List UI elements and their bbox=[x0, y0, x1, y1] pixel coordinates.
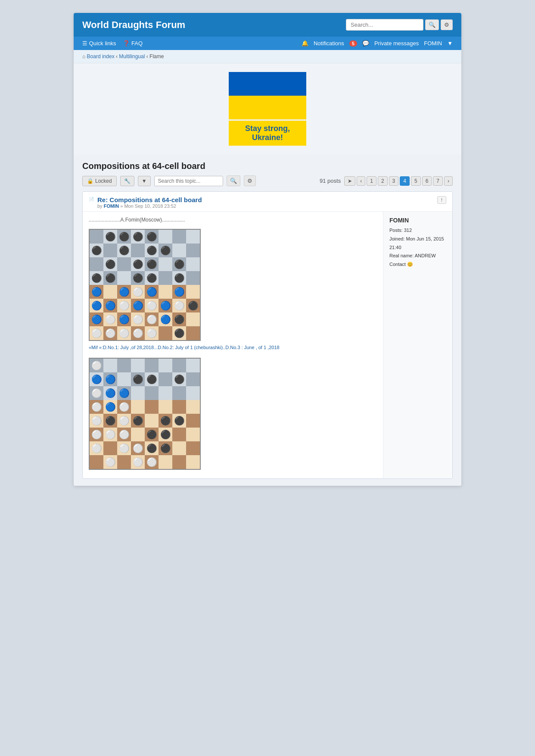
cell bbox=[159, 386, 172, 400]
page-6-button[interactable]: 6 bbox=[422, 176, 432, 186]
wrench-button[interactable]: 🔧 bbox=[120, 176, 134, 186]
cell bbox=[131, 400, 145, 414]
faq-icon: ❓ bbox=[123, 40, 130, 47]
cell: 🔵 bbox=[90, 372, 103, 386]
cell: ⚪ bbox=[90, 428, 103, 441]
page-7-button[interactable]: 7 bbox=[433, 176, 443, 186]
quick-links[interactable]: ☰ Quick links bbox=[82, 40, 116, 47]
cell: ⚫ bbox=[172, 326, 186, 340]
cell: ⚫ bbox=[103, 414, 117, 428]
settings-button[interactable]: ⚙ bbox=[441, 19, 453, 30]
page-5-button[interactable]: 5 bbox=[411, 176, 421, 186]
cell bbox=[186, 230, 200, 244]
cell: ⚪ bbox=[131, 285, 145, 299]
cell bbox=[159, 271, 172, 285]
post-content: ......................A.Fomin(Moscow)...… bbox=[83, 212, 383, 478]
search-input[interactable] bbox=[346, 19, 423, 31]
dropdown-icon[interactable]: ▼ bbox=[447, 40, 453, 47]
topic-settings-button[interactable]: ⚙ bbox=[244, 175, 256, 186]
author-name[interactable]: FOMIN bbox=[389, 217, 446, 224]
main-content: Compositions at 64-cell board 🔒 Locked 🔧… bbox=[74, 154, 461, 486]
cell: ⚪ bbox=[103, 312, 117, 326]
locked-button[interactable]: 🔒 Locked bbox=[82, 176, 117, 186]
sep1: ‹ bbox=[116, 53, 118, 59]
jump-page-button[interactable]: ➤ bbox=[344, 176, 355, 186]
board-index-link[interactable]: Board index bbox=[87, 53, 115, 59]
cell: ⚫ bbox=[131, 372, 145, 386]
cell: ⚪ bbox=[117, 400, 131, 414]
page-1-button[interactable]: 1 bbox=[367, 176, 376, 186]
bell-icon: 🔔 bbox=[302, 40, 308, 47]
joined-stat: Joined: Mon Jun 15, 2015 21:40 bbox=[389, 235, 446, 252]
topic-search-button[interactable]: 🔍 bbox=[227, 175, 240, 186]
cell bbox=[186, 400, 200, 414]
cell bbox=[186, 285, 200, 299]
cell bbox=[186, 257, 200, 271]
cell: 🔵 bbox=[103, 400, 117, 414]
cell: 🔵 bbox=[117, 312, 131, 326]
post-icon: 📄 bbox=[89, 197, 94, 202]
cell: 🔵 bbox=[159, 312, 172, 326]
page-2-button[interactable]: 2 bbox=[378, 176, 388, 186]
author-info: FOMIN Posts: 312 Joined: Mon Jun 15, 201… bbox=[383, 212, 452, 478]
menu-icon: ☰ bbox=[82, 40, 87, 47]
home-icon: ⌂ bbox=[82, 53, 85, 59]
next-page-button[interactable]: › bbox=[444, 176, 453, 186]
prev-page-button[interactable]: ‹ bbox=[357, 176, 365, 186]
cell bbox=[145, 400, 159, 414]
page-4-button[interactable]: 4 bbox=[400, 176, 410, 186]
nav-bar: ☰ Quick links ❓ FAQ 🔔 Notifications 5 💬 … bbox=[74, 37, 461, 50]
cell: ⚪ bbox=[117, 428, 131, 441]
notif-badge: 5 bbox=[349, 41, 357, 47]
faq-link[interactable]: ❓ FAQ bbox=[123, 40, 143, 47]
cell bbox=[186, 326, 200, 340]
cell: ⚪ bbox=[145, 299, 159, 312]
cell bbox=[186, 428, 200, 441]
cell bbox=[172, 441, 186, 455]
board-grid-2: ⚪ 🔵 🔵 ⚫ bbox=[90, 359, 200, 469]
cell bbox=[159, 257, 172, 271]
cell bbox=[159, 372, 172, 386]
cell: ⚫ bbox=[90, 271, 103, 285]
post-title-area: Re: Compositions at 64-cell board by FOM… bbox=[97, 196, 434, 209]
cell: ⚪ bbox=[103, 326, 117, 340]
topic-search-input[interactable] bbox=[154, 176, 223, 186]
cell: ⚪ bbox=[131, 455, 145, 469]
cell: ⚫ bbox=[90, 244, 103, 257]
posts-count: 91 posts bbox=[320, 178, 341, 184]
cell: 🔵 bbox=[90, 312, 103, 326]
search-button[interactable]: 🔍 bbox=[425, 19, 439, 30]
post-body: ......................A.Fomin(Moscow)...… bbox=[83, 212, 452, 478]
cell: ⚪ bbox=[131, 441, 145, 455]
contact-icon[interactable]: 😊 bbox=[407, 262, 413, 267]
pagination: ➤ ‹ 1 2 3 4 5 6 7 › bbox=[344, 176, 453, 186]
cell: 🔵 bbox=[131, 299, 145, 312]
page-3-button[interactable]: 3 bbox=[389, 176, 399, 186]
username-link[interactable]: FOMIN bbox=[424, 40, 442, 47]
cell bbox=[186, 441, 200, 455]
caption-text: «Mif »:D.No.1: July ,of 28,2018...D.No.2… bbox=[89, 344, 377, 351]
cell bbox=[172, 359, 186, 372]
cell: ⚫ bbox=[145, 244, 159, 257]
cell: 🔵 bbox=[145, 285, 159, 299]
cell: ⚫ bbox=[145, 230, 159, 244]
cell bbox=[103, 359, 117, 372]
cell: ⚪ bbox=[117, 326, 131, 340]
post-username[interactable]: FOMIN bbox=[104, 203, 119, 209]
cell bbox=[172, 230, 186, 244]
cell: ⚫ bbox=[172, 312, 186, 326]
cell bbox=[172, 386, 186, 400]
multilingual-link[interactable]: Multilingual bbox=[119, 53, 145, 59]
report-button[interactable]: ! bbox=[437, 196, 446, 204]
cell: ⚫ bbox=[145, 271, 159, 285]
cell bbox=[159, 230, 172, 244]
notifications-link[interactable]: Notifications bbox=[314, 40, 344, 47]
ukraine-banner: Stay strong, Ukraine! bbox=[74, 63, 461, 154]
cell bbox=[186, 372, 200, 386]
private-messages-link[interactable]: Private messages bbox=[374, 40, 419, 47]
cell bbox=[103, 441, 117, 455]
cell bbox=[186, 455, 200, 469]
cell: ⚪ bbox=[117, 414, 131, 428]
cell: ⚪ bbox=[103, 428, 117, 441]
wrench-dropdown-button[interactable]: ▼ bbox=[138, 176, 151, 186]
